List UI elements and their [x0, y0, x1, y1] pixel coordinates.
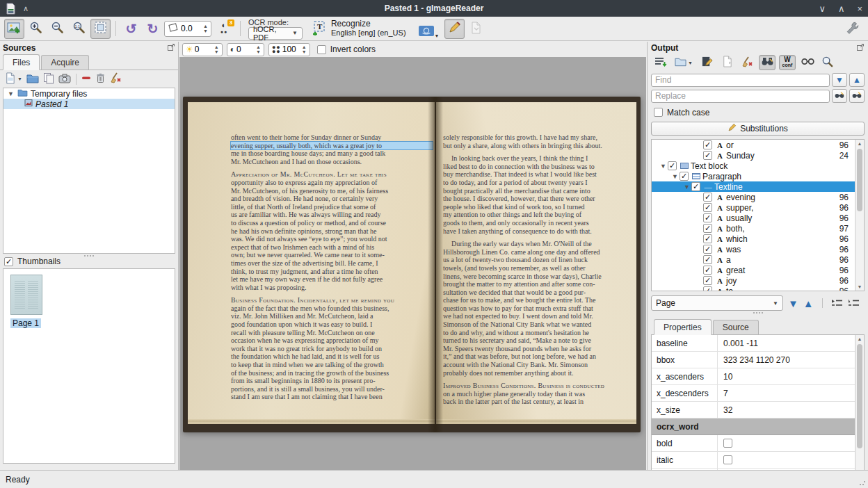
find-input[interactable]: [651, 74, 830, 87]
next-item-button[interactable]: ▼: [788, 298, 798, 309]
output-clear-button[interactable]: [739, 55, 755, 70]
find-prev-button[interactable]: ▲: [849, 73, 865, 87]
language-button[interactable]: ▼: [418, 19, 440, 39]
output-zoom-button[interactable]: [819, 55, 836, 70]
spinner-arrows[interactable]: ▲▼: [300, 44, 308, 54]
delete-source-button[interactable]: [95, 72, 106, 86]
rotate-right-button[interactable]: ↻: [143, 19, 163, 39]
tab-files[interactable]: Files: [3, 54, 40, 70]
sources-folder-row[interactable]: ▼ Temporary files: [3, 88, 175, 99]
spinner-arrows[interactable]: ▲▼: [255, 44, 262, 54]
prev-item-button[interactable]: ▲: [803, 298, 814, 309]
export-button[interactable]: [466, 19, 486, 39]
scrollbar[interactable]: ▲ ▼: [855, 335, 864, 487]
replace-input[interactable]: [651, 90, 830, 103]
output-confidence-toggle[interactable]: W conf: [779, 55, 796, 70]
image-canvas[interactable]: often went to their home for Sunday dinn…: [179, 57, 646, 470]
brightness-input[interactable]: [195, 44, 213, 54]
zoom-original-button[interactable]: 1:1: [69, 19, 89, 39]
screenshot-button[interactable]: [58, 73, 71, 86]
replace-all-button[interactable]: [849, 89, 865, 103]
word-checkbox[interactable]: ✓: [668, 161, 677, 170]
rotate-left-button[interactable]: ↺: [121, 19, 141, 39]
property-value[interactable]: 0.001 -11: [723, 339, 758, 348]
spinner-arrows[interactable]: ▲▼: [202, 24, 209, 33]
page-thumbnail[interactable]: [10, 275, 42, 315]
property-value[interactable]: 32: [723, 405, 732, 415]
hocr-row-textline[interactable]: ▼✓—Textline: [652, 181, 864, 192]
paste-button[interactable]: [43, 72, 54, 86]
output-append-button[interactable]: [652, 55, 669, 70]
ocr-mode-select[interactable]: hOCR, PDF▼: [248, 27, 303, 40]
word-checkbox[interactable]: ✓: [703, 193, 712, 202]
hocr-row-supper[interactable]: ✓Asupper,96: [652, 202, 864, 213]
hocr-row-a[interactable]: ✓Aa96: [652, 254, 864, 265]
hocr-row-sunday[interactable]: ✓ASunday24: [652, 150, 864, 161]
word-checkbox[interactable]: ✓: [703, 266, 712, 275]
expander-icon[interactable]: ▼: [8, 90, 15, 97]
contrast-spinner[interactable]: ◐ ▲▼: [227, 43, 264, 56]
hocr-row-was[interactable]: ✓Awas96: [652, 244, 864, 254]
hocr-row-joy[interactable]: ✓Ajoy96: [652, 275, 864, 286]
collapse-all-button[interactable]: [848, 298, 860, 309]
minimize-button[interactable]: ∨: [819, 3, 826, 14]
rotation-angle-spinner[interactable]: ▲▼: [164, 21, 211, 37]
word-checkbox[interactable]: ✓: [703, 276, 712, 285]
page-filter-select[interactable]: Page▼: [651, 295, 783, 311]
contrast-input[interactable]: [236, 44, 255, 54]
hocr-row-which[interactable]: ✓Awhich96: [652, 234, 864, 244]
hocr-row-usually[interactable]: ✓Ausually96: [652, 213, 864, 223]
expander-icon[interactable]: ▼: [670, 173, 680, 180]
word-checkbox[interactable]: ✓: [703, 213, 712, 222]
display-options-button[interactable]: ◐ ●● 3: [213, 19, 235, 39]
output-find-replace-toggle[interactable]: [759, 55, 775, 70]
hocr-row-evening[interactable]: ✓Aevening96: [652, 192, 864, 202]
expander-icon[interactable]: ▼: [659, 163, 668, 170]
edit-button[interactable]: [444, 19, 465, 39]
add-image-button[interactable]: [4, 19, 24, 39]
maximize-button[interactable]: ∧: [838, 3, 845, 14]
property-value[interactable]: 10: [723, 372, 732, 382]
hocr-row-textblock[interactable]: ▼✓Text block: [652, 161, 864, 171]
match-case-checkbox[interactable]: [654, 108, 663, 117]
clear-sources-button[interactable]: [110, 72, 122, 86]
spinner-arrows[interactable]: ▲▼: [213, 44, 220, 54]
word-checkbox[interactable]: ✓: [680, 172, 689, 181]
detach-icon[interactable]: [167, 43, 175, 54]
resolution-spinner[interactable]: ●●●● ▲▼: [268, 43, 310, 56]
tab-acquire[interactable]: Acquire: [41, 55, 89, 70]
tab-source[interactable]: Source: [713, 320, 759, 334]
settings-button[interactable]: [846, 21, 860, 37]
scroll-up-icon[interactable]: ▲: [855, 336, 864, 341]
word-checkbox[interactable]: ✓: [703, 245, 712, 254]
zoom-fit-button[interactable]: [90, 19, 111, 39]
output-edit-button[interactable]: [698, 55, 715, 70]
resolution-input[interactable]: [282, 44, 300, 54]
word-checkbox[interactable]: ✓: [703, 224, 712, 233]
property-value[interactable]: 323 234 1120 270: [723, 355, 790, 365]
recognize-button[interactable]: T Recognize English [eng] (en_US): [307, 18, 411, 39]
rotation-angle-input[interactable]: [181, 24, 202, 33]
property-checkbox[interactable]: [723, 439, 732, 448]
remove-source-button[interactable]: [81, 73, 91, 85]
expand-all-button[interactable]: [831, 298, 843, 309]
word-checkbox[interactable]: ✓: [703, 255, 712, 264]
open-folder-button[interactable]: [26, 73, 39, 86]
expander-icon[interactable]: ▼: [682, 184, 691, 190]
zoom-in-button[interactable]: [26, 19, 46, 39]
chevron-up-icon[interactable]: ∧: [23, 4, 29, 13]
zoom-out-button[interactable]: [47, 19, 67, 39]
word-checkbox[interactable]: ✓: [703, 234, 712, 243]
splitter-handle[interactable]: [651, 311, 865, 314]
detach-icon[interactable]: [856, 43, 865, 54]
word-checkbox[interactable]: ✓: [703, 203, 712, 212]
hocr-row-great[interactable]: ✓Agreat96: [652, 265, 864, 275]
find-next-button[interactable]: ▼: [832, 73, 847, 87]
output-export-button[interactable]: [718, 55, 735, 70]
close-button[interactable]: ×: [857, 3, 862, 14]
word-checkbox[interactable]: ✓: [691, 182, 700, 191]
resize-grip[interactable]: [859, 479, 866, 486]
thumbnail-page-label[interactable]: Page 1: [10, 318, 41, 328]
scroll-down-icon[interactable]: ▼: [855, 284, 864, 289]
word-checkbox[interactable]: ✓: [703, 151, 712, 160]
